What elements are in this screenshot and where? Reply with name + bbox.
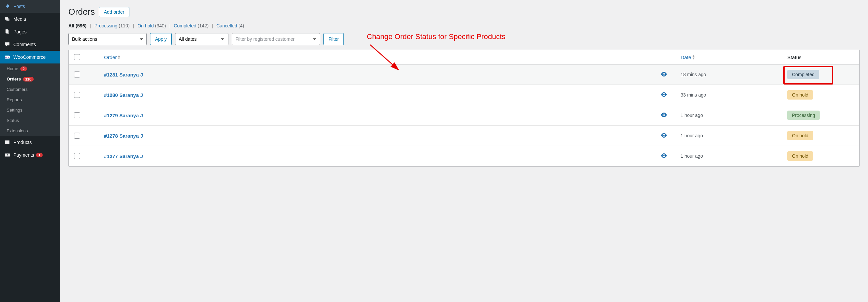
products-icon	[4, 139, 11, 145]
order-date: 1 hour ago	[681, 153, 703, 159]
svg-rect-6	[5, 141, 10, 144]
order-link[interactable]: #1280 Saranya J	[104, 92, 143, 98]
submenu-extensions[interactable]: Extensions	[0, 126, 60, 136]
table-row[interactable]: #1280 Saranya J 33 mins ago On hold	[69, 85, 859, 105]
svg-text:woo: woo	[5, 56, 10, 58]
submenu-reports[interactable]: Reports	[0, 94, 60, 105]
sidebar-label: Posts	[13, 4, 25, 9]
order-link[interactable]: #1278 Saranya J	[104, 133, 143, 139]
sidebar-label: WooCommerce	[13, 54, 46, 60]
filter-cancelled[interactable]: Cancelled (4)	[216, 23, 244, 28]
preview-icon[interactable]	[660, 154, 667, 159]
sidebar-label: Payments	[13, 152, 34, 158]
pin-icon	[4, 3, 11, 9]
sidebar-item-products[interactable]: Products	[0, 136, 60, 149]
select-all-checkbox[interactable]	[74, 54, 80, 60]
filter-processing[interactable]: Processing (110)	[94, 23, 130, 28]
woo-submenu: Home2 Orders110 Customers Reports Settin…	[0, 63, 60, 136]
status-badge: On hold	[787, 151, 813, 161]
main-content: Orders Add order All (596) | Processing …	[60, 0, 868, 302]
submenu-settings[interactable]: Settings	[0, 105, 60, 115]
order-date: 1 hour ago	[681, 133, 703, 138]
media-icon	[4, 16, 11, 22]
status-badge: On hold	[787, 131, 813, 140]
sidebar-item-comments[interactable]: Comments	[0, 38, 60, 51]
column-date[interactable]: Date▴▾	[681, 54, 787, 60]
page-header: Orders Add order	[68, 7, 860, 17]
submenu-orders[interactable]: Orders110	[0, 74, 60, 84]
table-toolbar: Bulk actions Apply All dates Filter by r…	[68, 33, 860, 45]
annotation-text: Change Order Status for Specific Product…	[367, 32, 505, 41]
submenu-customers[interactable]: Customers	[0, 84, 60, 94]
filter-all[interactable]: All (596)	[68, 23, 86, 28]
table-row[interactable]: #1281 Saranya J 18 mins ago Completed	[69, 64, 859, 85]
filter-completed[interactable]: Completed (142)	[174, 23, 209, 28]
row-checkbox[interactable]	[74, 112, 80, 118]
row-checkbox[interactable]	[74, 133, 80, 139]
page-title: Orders	[68, 7, 95, 17]
sort-icon: ▴▾	[118, 54, 120, 59]
sidebar-item-woocommerce[interactable]: woo WooCommerce	[0, 51, 60, 63]
filter-onhold[interactable]: On hold (340)	[137, 23, 166, 28]
admin-sidebar: Posts Media Pages Comments woo WooCommer…	[0, 0, 60, 302]
order-link[interactable]: #1277 Saranya J	[104, 153, 143, 159]
annotation-arrow-icon	[367, 43, 410, 77]
preview-icon[interactable]	[660, 72, 667, 78]
row-checkbox[interactable]	[74, 92, 80, 98]
row-checkbox[interactable]	[74, 72, 80, 78]
sort-icon: ▴▾	[692, 54, 694, 59]
payments-icon: $	[4, 152, 11, 158]
apply-button[interactable]: Apply	[150, 33, 172, 45]
customer-filter-select[interactable]: Filter by registered customer	[232, 33, 320, 45]
sidebar-label: Comments	[13, 42, 36, 47]
order-date: 33 mins ago	[681, 92, 706, 98]
sidebar-item-media[interactable]: Media	[0, 13, 60, 25]
status-badge: Processing	[787, 111, 820, 120]
bulk-actions-select[interactable]: Bulk actions	[68, 33, 147, 45]
svg-rect-1	[6, 18, 9, 21]
status-badge: On hold	[787, 90, 813, 100]
svg-text:$: $	[7, 154, 8, 157]
column-status: Status	[787, 54, 854, 60]
order-link[interactable]: #1281 Saranya J	[104, 72, 143, 78]
order-date: 1 hour ago	[681, 113, 703, 118]
sidebar-item-pages[interactable]: Pages	[0, 25, 60, 38]
badge: 110	[23, 77, 34, 82]
submenu-status[interactable]: Status	[0, 115, 60, 126]
orders-table: Order▴▾ Date▴▾ Status #1281 Saranya J 18…	[68, 50, 860, 167]
sidebar-label: Pages	[13, 29, 27, 34]
row-checkbox[interactable]	[74, 153, 80, 159]
dates-select[interactable]: All dates	[175, 33, 228, 45]
order-link[interactable]: #1279 Saranya J	[104, 113, 143, 118]
woo-icon: woo	[4, 54, 11, 60]
sidebar-label: Media	[13, 17, 26, 22]
table-row[interactable]: #1277 Saranya J 1 hour ago On hold	[69, 146, 859, 166]
filter-button[interactable]: Filter	[323, 33, 344, 45]
preview-icon[interactable]	[660, 133, 667, 139]
pages-icon	[4, 29, 11, 35]
status-badge: Completed	[787, 70, 819, 79]
status-filters: All (596) | Processing (110) | On hold (…	[68, 23, 860, 28]
svg-rect-7	[5, 140, 10, 141]
sidebar-item-posts[interactable]: Posts	[0, 0, 60, 13]
badge: 2	[20, 66, 27, 71]
table-header: Order▴▾ Date▴▾ Status	[69, 50, 859, 64]
badge: 1	[36, 153, 43, 157]
table-row[interactable]: #1278 Saranya J 1 hour ago On hold	[69, 126, 859, 146]
order-date: 18 mins ago	[681, 72, 706, 77]
submenu-home[interactable]: Home2	[0, 63, 60, 74]
table-row[interactable]: #1279 Saranya J 1 hour ago Processing	[69, 105, 859, 126]
preview-icon[interactable]	[660, 113, 667, 118]
preview-icon[interactable]	[660, 92, 667, 98]
add-order-button[interactable]: Add order	[99, 7, 129, 17]
svg-rect-3	[6, 30, 9, 34]
sidebar-item-payments[interactable]: $ Payments1	[0, 149, 60, 161]
sidebar-label: Products	[13, 140, 32, 145]
comments-icon	[4, 42, 11, 48]
